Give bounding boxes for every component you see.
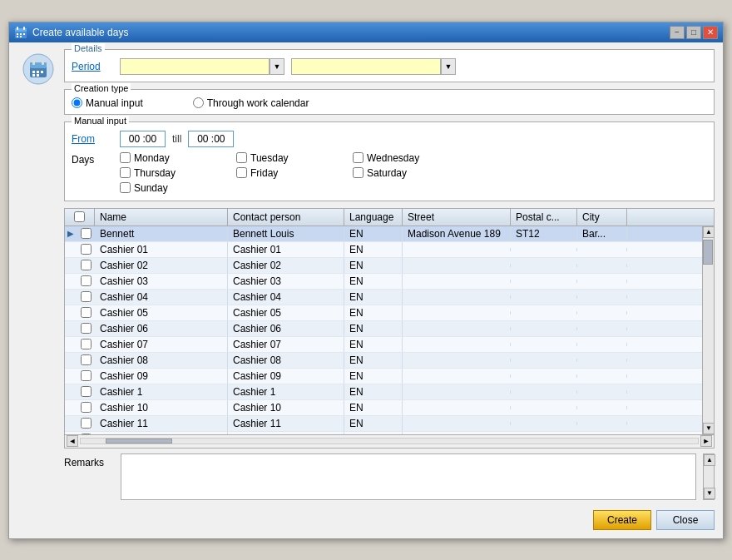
table-row[interactable]: Cashier 04 Cashier 04 EN: [65, 290, 702, 305]
maximize-button[interactable]: □: [686, 26, 701, 39]
row-checkbox-container[interactable]: [77, 226, 95, 240]
row-checkbox-container[interactable]: [77, 400, 95, 414]
scroll-track[interactable]: [703, 238, 714, 423]
radio-manual[interactable]: Manual input: [72, 97, 143, 109]
row-checkbox-container[interactable]: [77, 258, 95, 272]
row-checkbox[interactable]: [81, 402, 92, 413]
remarks-scrollbar[interactable]: ▲ ▼: [703, 453, 715, 500]
day-friday[interactable]: Friday: [236, 167, 336, 179]
radio-calendar[interactable]: Through work calendar: [193, 97, 309, 109]
row-checkbox[interactable]: [81, 244, 92, 255]
row-checkbox-container[interactable]: [77, 321, 95, 335]
row-checkbox[interactable]: [81, 386, 92, 397]
table-row[interactable]: Cashier 02 Cashier 02 EN: [65, 258, 702, 274]
table-row[interactable]: Cashier 03 Cashier 03 EN: [65, 274, 702, 290]
table-row[interactable]: Cashier 07 Cashier 07 EN: [65, 337, 702, 353]
row-checkbox[interactable]: [81, 434, 92, 434]
row-checkbox-container[interactable]: [77, 242, 95, 256]
window-close-button[interactable]: ✕: [703, 26, 718, 39]
cell-language: EN: [344, 242, 403, 257]
close-button[interactable]: Close: [656, 510, 715, 530]
row-checkbox[interactable]: [81, 228, 92, 239]
row-checkbox-container[interactable]: [77, 369, 95, 383]
checkbox-wednesday[interactable]: [353, 152, 364, 163]
day-tuesday[interactable]: Tuesday: [236, 152, 336, 164]
day-thursday[interactable]: Thursday: [120, 167, 220, 179]
day-monday[interactable]: Monday: [120, 152, 220, 164]
row-checkbox[interactable]: [81, 339, 92, 349]
cell-postal: [511, 295, 577, 299]
remarks-textarea[interactable]: [121, 453, 696, 500]
row-checkbox[interactable]: [81, 260, 92, 270]
scroll-up-button[interactable]: ▲: [703, 226, 715, 238]
select-all-checkbox[interactable]: [74, 211, 85, 222]
period-input-left[interactable]: [120, 58, 270, 75]
table-row[interactable]: Cashier 12 Cashier 12 EN: [65, 432, 702, 434]
till-time-input[interactable]: 00 :00: [188, 131, 234, 147]
row-checkbox[interactable]: [81, 291, 92, 302]
table-row[interactable]: Cashier 09 Cashier 09 EN: [65, 369, 702, 384]
create-button[interactable]: Create: [593, 510, 651, 530]
scroll-left-button[interactable]: ◄: [67, 435, 78, 447]
row-checkbox-container[interactable]: [77, 337, 95, 351]
horizontal-scrollbar[interactable]: ◄ ►: [65, 434, 714, 448]
h-scroll-track[interactable]: [80, 438, 699, 444]
period-label[interactable]: Period: [72, 61, 113, 72]
radio-manual-label: Manual input: [86, 97, 143, 109]
row-checkbox[interactable]: [81, 370, 92, 381]
checkbox-saturday[interactable]: [353, 167, 364, 178]
day-saturday[interactable]: Saturday: [353, 167, 453, 179]
vertical-scrollbar[interactable]: ▲ ▼: [702, 226, 714, 434]
svg-rect-17: [32, 74, 35, 77]
checkbox-friday[interactable]: [236, 167, 247, 178]
row-checkbox-container[interactable]: [77, 290, 95, 304]
row-checkbox[interactable]: [81, 418, 92, 429]
table-row[interactable]: Cashier 1 Cashier 1 EN: [65, 384, 702, 400]
remarks-scroll-down[interactable]: ▼: [704, 488, 715, 499]
from-time-input[interactable]: 00 :00: [120, 131, 166, 147]
checkbox-tuesday[interactable]: [236, 152, 247, 163]
cell-language: EN: [344, 416, 403, 431]
period-dropdown-btn-left[interactable]: ▼: [270, 58, 284, 75]
day-sunday[interactable]: Sunday: [120, 182, 220, 194]
row-checkbox-container[interactable]: [77, 353, 95, 367]
cell-street: [403, 406, 511, 409]
th-checkbox[interactable]: [65, 209, 95, 225]
row-checkbox[interactable]: [81, 354, 92, 365]
row-checkbox[interactable]: [81, 307, 92, 318]
checkbox-sunday[interactable]: [120, 182, 131, 193]
day-wednesday[interactable]: Wednesday: [353, 152, 453, 164]
scroll-thumb[interactable]: [703, 240, 713, 265]
table-body[interactable]: ▶ Bennett Bennett Louis EN Madison Avenu…: [65, 226, 702, 434]
table-row[interactable]: Cashier 11 Cashier 11 EN: [65, 416, 702, 432]
remarks-scroll-up[interactable]: ▲: [704, 454, 715, 466]
minimize-button[interactable]: −: [670, 26, 685, 39]
scroll-right-button[interactable]: ►: [700, 435, 712, 447]
row-checkbox-container[interactable]: [77, 274, 95, 288]
remarks-scroll-track[interactable]: [704, 466, 714, 488]
th-name: Name: [95, 209, 228, 225]
table-row[interactable]: ▶ Bennett Bennett Louis EN Madison Avenu…: [65, 226, 702, 242]
table-row[interactable]: Cashier 10 Cashier 10 EN: [65, 400, 702, 416]
row-checkbox[interactable]: [81, 323, 92, 334]
table-row[interactable]: Cashier 01 Cashier 01 EN: [65, 242, 702, 258]
period-input-right[interactable]: [291, 58, 441, 75]
row-checkbox-container[interactable]: [77, 416, 95, 430]
scroll-down-button[interactable]: ▼: [703, 423, 715, 434]
cell-city: [577, 374, 627, 378]
row-checkbox-container[interactable]: [77, 305, 95, 320]
row-checkbox-container[interactable]: [77, 384, 95, 399]
row-checkbox[interactable]: [81, 275, 92, 286]
period-dropdown-btn-right[interactable]: ▼: [441, 58, 456, 75]
h-scroll-thumb[interactable]: [106, 439, 172, 444]
row-checkbox-container[interactable]: [77, 432, 95, 434]
table-row[interactable]: Cashier 06 Cashier 06 EN: [65, 321, 702, 337]
from-label[interactable]: From: [72, 133, 113, 145]
svg-rect-13: [42, 60, 44, 65]
radio-calendar-input[interactable]: [193, 97, 204, 108]
table-row[interactable]: Cashier 08 Cashier 08 EN: [65, 353, 702, 369]
radio-manual-input[interactable]: [72, 97, 82, 108]
checkbox-thursday[interactable]: [120, 167, 131, 178]
table-row[interactable]: Cashier 05 Cashier 05 EN: [65, 305, 702, 321]
checkbox-monday[interactable]: [120, 152, 131, 163]
